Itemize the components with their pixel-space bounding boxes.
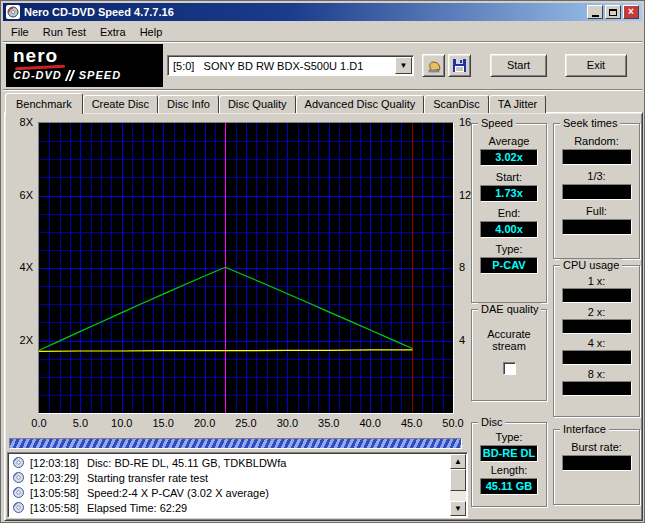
log-box: [12:03:18]Disc: BD-RE DL, 45.11 GB, TDKB… [7,452,468,518]
disc-type-value: BD-RE DL [480,445,538,462]
seek-random-value [562,149,632,165]
cpu-usage-groupbox: CPU usage 1 x:2 x:4 x:8 x: [553,265,640,417]
accurate-stream-checkbox[interactable] [503,362,516,375]
seek-times-group-title: Seek times [560,117,620,129]
speed-average-label: Average [489,135,530,147]
log-lines: [12:03:18]Disc: BD-RE DL, 45.11 GB, TDKB… [10,455,449,516]
window-controls: × [587,5,639,19]
y-right-tick-label: 12 [459,189,471,201]
maximize-button[interactable] [605,5,621,19]
speed-end-value: 4.00x [480,221,538,238]
menu-file[interactable]: File [4,24,36,40]
log-disc-icon [12,471,25,484]
disc-length-label: Length: [491,464,528,476]
x-tick-label: 30.0 [271,417,303,429]
y-right-tick-label: 16 [459,116,471,128]
tab-scandisc[interactable]: ScanDisc [424,95,488,113]
drive-select-combobox[interactable]: [5:0] SONY BD RW BDX-S500U 1.D1 ▼ [167,55,414,76]
log-line: [12:03:18]Disc: BD-RE DL, 45.11 GB, TDKB… [10,455,449,470]
eject-button[interactable] [422,54,445,77]
interface-group-title: Interface [560,423,609,435]
cpu-1x-value [562,288,632,303]
x-tick-label: 40.0 [354,417,386,429]
log-timestamp: [13:05:58] [30,502,79,514]
log-timestamp: [12:03:29] [30,472,79,484]
floppy-icon [452,58,467,73]
y-right-tick-label: 8 [459,261,465,273]
y-right-tick-label: 4 [459,334,465,346]
tab-benchmark[interactable]: Benchmark [5,93,83,114]
speed-type-label: Type: [496,243,523,255]
close-button[interactable]: × [623,5,639,19]
log-scrollbar[interactable]: ▲ ▼ [450,454,466,516]
scrollbar-down-button[interactable]: ▼ [450,501,466,516]
tab-disc-quality[interactable]: Disc Quality [219,95,296,113]
exit-button[interactable]: Exit [565,54,627,77]
speed-start-value: 1.73x [480,185,538,202]
chart-grid [39,123,453,413]
cpu-8x-label: 8 x: [588,368,606,380]
combobox-dropdown-button[interactable]: ▼ [395,57,412,74]
tab-disc-info[interactable]: Disc Info [158,95,219,113]
chevron-down-icon: ▼ [400,61,408,70]
tab-advanced-disc-quality[interactable]: Advanced Disc Quality [296,95,425,113]
logo-text-cddvd: CD-DVD [13,69,62,81]
tab-strip: BenchmarkCreate DiscDisc InfoDisc Qualit… [5,92,546,113]
x-tick-label: 50.0 [437,417,469,429]
nero-logo: nero CD-DVD SPEED [6,44,163,87]
y-left-tick-label: 2X [5,334,33,346]
benchmark-chart-plot [39,123,453,413]
arrow-down-icon: ▼ [454,504,462,513]
log-timestamp: [13:05:58] [30,487,79,499]
log-disc-icon [12,501,25,514]
disc-type-label: Type: [496,431,523,443]
x-tick-label: 35.0 [313,417,345,429]
accurate-stream-label: Accurate stream [480,328,538,352]
dae-quality-group-title: DAE quality [478,303,541,315]
minimize-button[interactable] [587,5,603,19]
x-tick-label: 25.0 [230,417,262,429]
progress-bar [9,438,462,449]
save-button[interactable] [448,54,471,77]
disc-length-value: 45.11 GB [480,478,538,495]
menu-help[interactable]: Help [133,24,170,40]
x-tick-label: 20.0 [189,417,221,429]
tab-create-disc[interactable]: Create Disc [83,95,158,113]
start-button[interactable]: Start [490,54,547,77]
x-tick-label: 10.0 [106,417,138,429]
log-message: Starting transfer rate test [87,472,208,484]
seek-full-label: Full: [586,205,607,217]
log-line: [12:03:29]Starting transfer rate test [10,470,449,485]
app-icon [6,5,20,19]
seek-one-third-value [562,184,632,200]
log-message: Elapsed Time: 62:29 [87,502,187,514]
log-line: [13:05:58]Speed:2-4 X P-CAV (3.02 X aver… [10,485,449,500]
burst-rate-label: Burst rate: [571,441,622,453]
speed-type-value: P-CAV [480,257,538,274]
seek-full-value [562,219,632,235]
scrollbar-up-button[interactable]: ▲ [450,454,466,469]
disc-group-title: Disc [478,416,505,428]
menu-run-test[interactable]: Run Test [36,24,93,40]
log-message: Disc: BD-RE DL, 45.11 GB, TDKBLDWfa [87,457,286,469]
hand-icon [426,58,442,74]
logo-text-speed: SPEED [79,69,121,81]
benchmark-chart [38,122,454,414]
dae-quality-groupbox: DAE quality Accurate stream [471,309,547,401]
x-tick-label: 15.0 [147,417,179,429]
tab-ta-jitter[interactable]: TA Jitter [489,95,547,113]
y-left-tick-label: 4X [5,261,33,273]
cpu-usage-group-title: CPU usage [560,259,622,271]
cpu-2x-label: 2 x: [588,306,606,318]
log-line: [13:05:58]Elapsed Time: 62:29 [10,500,449,515]
x-axis-labels: 0.05.010.015.020.025.030.035.040.045.050… [39,417,453,430]
title-bar[interactable]: Nero CD-DVD Speed 4.7.7.16 × [3,3,642,21]
log-disc-icon [12,486,25,499]
drive-select-value: [5:0] SONY BD RW BDX-S500U 1.D1 [168,60,395,72]
disc-groupbox: Disc Type:BD-RE DLLength:45.11 GB [471,422,547,507]
menu-bar: FileRun TestExtraHelp [4,23,169,40]
log-disc-icon [12,456,25,469]
scrollbar-thumb[interactable] [450,469,466,491]
x-tick-label: 0.0 [23,417,55,429]
menu-extra[interactable]: Extra [93,24,133,40]
